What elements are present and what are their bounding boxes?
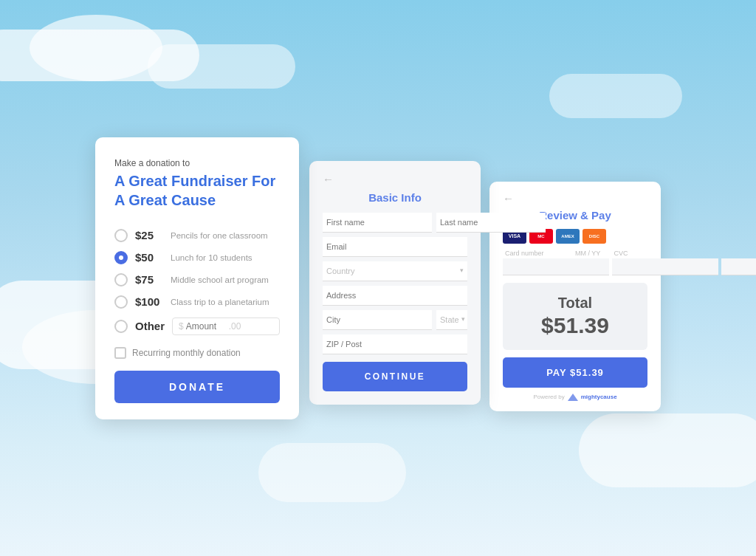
amount-input-wrap: $ .00 bbox=[172, 318, 280, 335]
radio-75[interactable] bbox=[114, 273, 128, 286]
amex-icon: AMEX bbox=[556, 229, 580, 244]
city-input[interactable] bbox=[323, 310, 432, 330]
recurring-label: Recurring monthly donation bbox=[132, 348, 241, 358]
last-name-input[interactable] bbox=[436, 213, 546, 233]
card-number-label: Card number bbox=[503, 250, 570, 257]
svg-marker-0 bbox=[568, 394, 578, 401]
donate-button[interactable]: DONATE bbox=[114, 371, 280, 403]
radio-50[interactable] bbox=[114, 251, 128, 264]
first-name-input[interactable] bbox=[323, 213, 432, 233]
total-amount: $51.39 bbox=[512, 313, 639, 338]
amount-decimal: .00 bbox=[229, 321, 241, 332]
option-75[interactable]: $75 Middle school art program bbox=[114, 269, 280, 291]
desc-75: Middle school art program bbox=[171, 275, 269, 284]
other-amount-input[interactable] bbox=[186, 321, 227, 332]
radio-other[interactable] bbox=[114, 320, 128, 333]
option-100[interactable]: $100 Class trip to a planetarium bbox=[114, 291, 280, 313]
amount-25: $25 bbox=[135, 229, 163, 241]
brand-name: mightycause bbox=[581, 394, 617, 400]
discover-icon: DISC bbox=[583, 229, 606, 244]
pay-button[interactable]: PAY $51.39 bbox=[503, 357, 647, 388]
option-50[interactable]: $50 Lunch for 10 students bbox=[114, 247, 280, 269]
total-label: Total bbox=[512, 295, 639, 312]
zip-input[interactable] bbox=[323, 334, 467, 354]
basic-info-back[interactable]: ← bbox=[323, 173, 467, 185]
donation-title: A Great Fundraiser For A Great Cause bbox=[114, 171, 280, 210]
cvc-label: CVC bbox=[612, 250, 648, 257]
city-state-row: State ▾ bbox=[323, 310, 467, 330]
mm-yy-label: MM / YY bbox=[573, 250, 609, 257]
basic-info-card: ← Basic Info Country ▾ State ▾ bbox=[309, 161, 481, 405]
state-select-wrap: State ▾ bbox=[436, 310, 467, 330]
cvc-input[interactable] bbox=[721, 258, 756, 275]
payment-fields-row bbox=[503, 258, 647, 275]
country-select[interactable]: Country bbox=[323, 261, 467, 281]
amount-50: $50 bbox=[135, 251, 163, 264]
radio-25[interactable] bbox=[114, 229, 128, 242]
continue-button[interactable]: CONTINUE bbox=[323, 362, 467, 391]
desc-100: Class trip to a planetarium bbox=[171, 298, 269, 306]
review-back[interactable]: ← bbox=[503, 192, 647, 205]
mightycause-logo-icon bbox=[568, 394, 578, 401]
total-section: Total $51.39 bbox=[503, 283, 647, 350]
powered-by-text: Powered by bbox=[533, 394, 564, 400]
country-select-wrap: Country ▾ bbox=[323, 261, 467, 281]
amount-75: $75 bbox=[135, 273, 163, 286]
basic-info-title: Basic Info bbox=[323, 191, 467, 204]
name-row bbox=[323, 213, 467, 233]
other-label: Other bbox=[135, 320, 165, 332]
state-select[interactable]: State bbox=[436, 310, 467, 330]
option-25[interactable]: $25 Pencils for one classroom bbox=[114, 224, 280, 247]
cards-container: Make a donation to A Great Fundraiser Fo… bbox=[95, 137, 661, 419]
email-input[interactable] bbox=[323, 237, 467, 257]
dollar-sign-icon: $ bbox=[179, 321, 184, 332]
powered-by-row: Powered by mightycause bbox=[503, 394, 647, 401]
donation-card: Make a donation to A Great Fundraiser Fo… bbox=[95, 137, 299, 419]
card-number-input[interactable] bbox=[503, 258, 609, 275]
option-other[interactable]: Other $ .00 bbox=[114, 313, 280, 340]
donation-options-list: $25 Pencils for one classroom $50 Lunch … bbox=[114, 224, 280, 340]
address-input[interactable] bbox=[323, 286, 467, 306]
recurring-checkbox[interactable] bbox=[114, 347, 126, 359]
desc-25: Pencils for one classroom bbox=[171, 231, 268, 240]
mm-yy-input[interactable] bbox=[612, 258, 718, 275]
payment-labels-row: Card number MM / YY CVC bbox=[503, 250, 647, 257]
desc-50: Lunch for 10 students bbox=[171, 253, 252, 262]
recurring-row[interactable]: Recurring monthly donation bbox=[114, 347, 280, 359]
donation-intro: Make a donation to bbox=[114, 158, 280, 168]
radio-100[interactable] bbox=[114, 295, 128, 309]
amount-100: $100 bbox=[135, 295, 163, 308]
